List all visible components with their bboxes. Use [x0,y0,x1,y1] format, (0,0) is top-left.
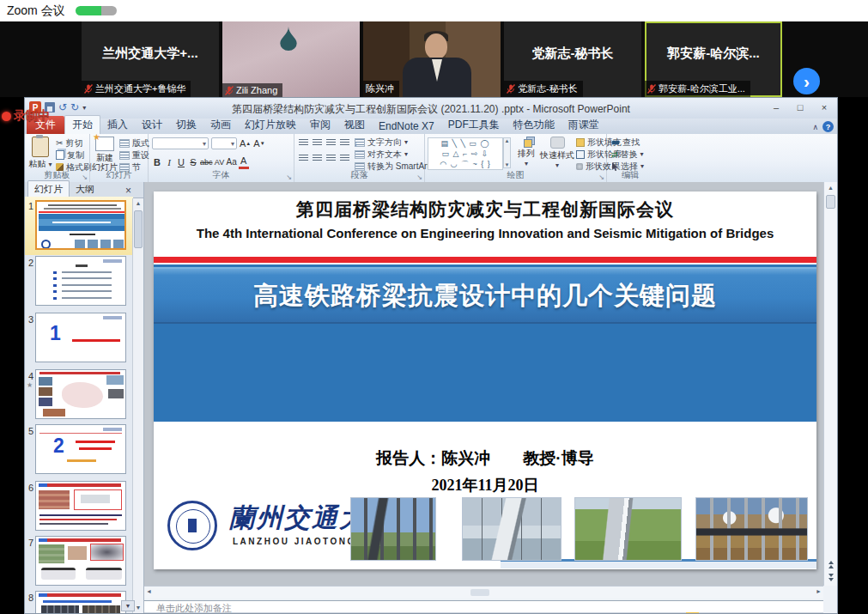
participant-tile[interactable]: 兰州交通大学+... 兰州交通大学+鲁锦华 [82,21,219,97]
shapes-gallery-scroll[interactable]: ▲ ▼ [503,137,511,168]
main-horizontal-scrollbar[interactable]: ◄ ► [144,586,823,599]
slide-canvas[interactable]: 第四届桥梁结构防灾减灾与工程创新国际会议 The 4th Internation… [154,191,816,569]
slide-thumbnail-1[interactable] [35,200,126,250]
previous-slide-button[interactable] [825,558,836,570]
participant-tile[interactable]: 党新志-秘书长 党新志-秘书长 [504,21,641,97]
align-center-icon[interactable] [313,155,322,162]
notes-pane[interactable]: 单击此处添加备注 [144,600,823,612]
bold-button[interactable]: B [152,156,162,168]
tab-pdf-tools[interactable]: PDF工具集 [441,116,507,134]
grow-font-button[interactable]: A▲ [240,137,251,149]
tab-insert[interactable]: 插入 [100,116,135,134]
speaker-line[interactable]: 报告人：陈兴冲 教授·博导 [154,447,816,470]
title-banner[interactable]: 高速铁路桥梁抗震设计中的几个关键问题 [154,267,816,324]
bridge-photo-sea-track[interactable] [462,497,561,561]
scroll-right-icon[interactable]: ► [816,588,822,594]
text-direction-button[interactable]: 文字方向▾ [355,137,435,148]
align-right-icon[interactable] [326,155,336,162]
zoom-toggle-pill[interactable] [76,6,117,15]
bridge-photo-viaduct[interactable] [350,497,436,561]
help-icon[interactable]: ? [822,121,834,132]
tab-design[interactable]: 设计 [135,116,169,134]
font-color-button[interactable]: A [239,155,249,169]
align-text-button[interactable]: 对齐文本▾ [355,149,435,160]
main-vertical-scrollbar[interactable]: ▲ [823,182,837,586]
scroll-up-icon[interactable]: ▲ [133,198,143,209]
shrink-font-button[interactable]: A▼ [253,137,264,149]
copy-button[interactable]: 复制 [56,149,92,161]
new-slide-button[interactable]: ★ 新建 幻灯片 [91,137,118,172]
slide-thumbnail-8[interactable] [35,591,126,614]
conference-title-cn[interactable]: 第四届桥梁结构防灾减灾与工程创新国际会议 [154,198,816,222]
next-slide-button[interactable] [825,571,836,583]
font-size-combobox[interactable]: ▾ [211,137,237,149]
dialog-launcher-icon[interactable]: ↘ [416,173,422,181]
tab-endnote[interactable]: EndNote X7 [372,119,441,134]
tab-view[interactable]: 视图 [337,116,372,134]
bridge-photo-plateau[interactable] [695,497,808,561]
italic-button[interactable]: I [164,156,174,168]
next-participants-button[interactable]: › [793,68,820,94]
close-button[interactable]: × [815,100,834,113]
justify-icon[interactable] [340,155,349,162]
thumb-red-box [90,544,124,561]
slide-thumbnail-4[interactable] [35,369,126,419]
strikethrough-button[interactable]: S [188,156,198,168]
scrollbar-thumb[interactable] [470,589,489,596]
tab-outline[interactable]: 大纲 [70,181,100,198]
font-name-combobox[interactable]: ▾ [152,137,209,149]
scroll-left-icon[interactable]: ◄ [146,588,152,594]
restore-button[interactable]: □ [791,100,810,113]
change-case-button[interactable]: Aa [227,156,237,168]
slide-editor-area: 第四届桥梁结构防灾减灾与工程创新国际会议 The 4th Internation… [144,182,823,586]
character-spacing-button[interactable]: AV [215,156,225,168]
layout-button[interactable]: 版式 [119,137,149,149]
date-line[interactable]: 2021年11月20日 [154,475,816,495]
conference-title-en[interactable]: The 4th International Conference on Engi… [154,226,816,240]
tab-rain-classroom[interactable]: 雨课堂 [561,116,606,134]
participant-tile[interactable]: Zili Zhang [222,21,360,97]
align-left-icon[interactable] [299,155,308,162]
tab-slideshow[interactable]: 幻灯片放映 [238,116,303,134]
slide-thumbnail-6[interactable] [35,481,126,531]
slide-thumbnail-2[interactable] [35,256,126,306]
thumb-toc-dots [53,271,57,302]
dialog-launcher-icon[interactable]: ↘ [286,173,292,181]
numbering-icon[interactable] [313,139,322,147]
scrollbar-thumb[interactable] [826,195,835,209]
shapes-gallery[interactable]: ▤ ╲ ╲ ▭ ◯ ▭ △ ⌐ ⇨ ⇩ ◠ ◡ ⌒ ~ { } [428,137,503,170]
minimize-ribbon-icon[interactable]: ∧ [812,123,818,131]
bullets-icon[interactable] [299,139,308,147]
scroll-up-icon[interactable]: ▲ [824,182,837,193]
slide-thumbnail-3[interactable]: 1 [35,313,126,362]
slide-thumbnail-5[interactable]: 2 [35,424,126,474]
arrange-button[interactable]: 排列 ▾ [513,137,539,168]
tab-slides-thumbnails[interactable]: 幻灯片 [27,180,70,198]
tab-animations[interactable]: 动画 [203,116,238,134]
tab-home[interactable]: 开始 [64,115,100,134]
quick-styles-button[interactable]: 快速样式 ▾ [539,137,575,170]
underline-button[interactable]: U [176,156,186,168]
increase-indent-icon[interactable] [340,139,349,147]
reset-button[interactable]: 重设 [119,149,149,161]
paste-button[interactable]: 粘贴 ▾ [27,137,54,169]
clear-formatting-button[interactable]: abc [200,156,213,168]
dialog-launcher-icon[interactable]: ↘ [598,173,604,181]
slides-pane-scrollbar[interactable]: ▲ ▼ [132,198,143,614]
tab-special-features[interactable]: 特色功能 [507,116,561,134]
participant-tile-active-speaker[interactable]: 郭安薪-哈尔滨... 郭安薪-哈尔滨工业... [645,21,782,97]
minimize-button[interactable]: – [767,100,786,113]
bridge-photo-train[interactable] [574,497,682,561]
pane-close-icon[interactable]: × [125,185,131,197]
find-button[interactable]: 查找 [611,137,644,148]
dialog-launcher-icon[interactable]: ↘ [82,173,88,181]
tab-transitions[interactable]: 切换 [169,116,203,134]
notes-splitter-icon[interactable]: ▼ [121,600,135,611]
decrease-indent-icon[interactable] [326,139,336,147]
replace-button[interactable]: ⇄替换▾ [611,149,644,160]
tab-review[interactable]: 审阅 [303,116,337,134]
scrollbar-thumb[interactable] [134,210,143,248]
participant-tile[interactable]: 陈兴冲 [363,21,501,97]
cut-button[interactable]: ✂剪切 [56,137,92,149]
slide-thumbnail-7[interactable] [35,536,126,586]
